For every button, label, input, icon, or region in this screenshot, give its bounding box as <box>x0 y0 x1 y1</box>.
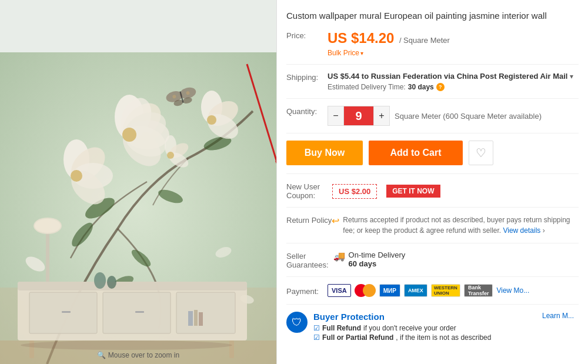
bp-item2-bold: Full or Partial Refund <box>322 333 393 342</box>
shipping-text: US $5.44 to Russian Federation via China… <box>328 72 567 81</box>
qty-increase-button[interactable]: + <box>373 106 390 126</box>
heart-icon: ♡ <box>476 146 486 160</box>
bp-item1-text: if you don't receive your order <box>363 324 456 332</box>
svg-rect-54 <box>194 310 198 326</box>
zoom-hint-text: Mouse over to zoom in <box>108 351 179 359</box>
learn-more-link[interactable]: Learn M... <box>542 312 579 320</box>
shipping-content: US $5.44 to Russian Federation via China… <box>328 72 579 91</box>
svg-point-50 <box>35 219 61 233</box>
view-more-payment-link[interactable]: View Mo... <box>496 286 529 295</box>
action-buttons: Buy Now Add to Cart ♡ <box>286 141 579 174</box>
quantity-controls: − 9 + Square Meter (600 Square Meter ava… <box>328 106 579 126</box>
coupon-get-button[interactable]: GET IT NOW <box>386 185 440 198</box>
shipping-dropdown-icon[interactable]: ▾ <box>570 72 573 81</box>
product-info-section: Custom wallpaper mural European oil pain… <box>276 0 588 364</box>
coupon-amount: US $2.00 <box>332 184 377 199</box>
bulk-price-link[interactable]: Bulk Price ▾ <box>328 49 579 57</box>
svg-rect-40 <box>18 282 247 290</box>
bp-check-2: ☑ <box>313 333 320 342</box>
return-policy-row: Return Policy ↩ Returns accepted if prod… <box>286 215 579 243</box>
return-policy-content: ↩ Returns accepted if product not as des… <box>332 215 579 236</box>
delivery-days: 30 days <box>408 83 434 91</box>
bp-item-1: ☑ Full Refund if you don't receive your … <box>313 324 536 332</box>
svg-point-57 <box>21 340 232 350</box>
bulk-price-arrow-icon: ▾ <box>360 50 363 56</box>
svg-rect-48 <box>46 229 49 282</box>
qty-value: 9 <box>344 106 373 126</box>
shipping-label: Shipping: <box>286 72 328 82</box>
mastercard-overlay-icon <box>363 284 376 297</box>
return-policy-text: Returns accepted if product not as descr… <box>343 215 579 236</box>
buyer-protection-content: Buyer Protection ☑ Full Refund if you do… <box>313 312 536 343</box>
visa-payment-icon: VISA <box>328 284 351 297</box>
product-image-bg <box>0 52 276 364</box>
quantity-label: Quantity: <box>286 106 328 116</box>
product-title: Custom wallpaper mural European oil pain… <box>286 9 579 22</box>
seller-guarantees-label: SellerGuarantees: <box>286 251 329 269</box>
quantity-row: Quantity: − 9 + Square Meter (600 Square… <box>286 106 579 133</box>
bank-transfer-icon: BankTransfer <box>464 284 493 297</box>
bp-item1-bold: Full Refund <box>322 324 361 332</box>
delivery-label: Estimated Delivery Time: <box>328 83 406 91</box>
qty-decrease-button[interactable]: − <box>328 106 344 126</box>
product-image-wrapper <box>0 52 276 364</box>
payment-label: Payment: <box>286 286 328 296</box>
svg-rect-55 <box>199 312 203 326</box>
delivery-info-icon[interactable]: ? <box>436 83 445 91</box>
bp-check-1: ☑ <box>313 324 320 332</box>
bulk-price-label: Bulk Price <box>328 49 359 57</box>
guarantee-delivery-text: On-time Delivery <box>349 251 406 259</box>
delivery-truck-icon: 🚚 <box>333 251 345 262</box>
bp-item2-text: , if the item is not as described <box>396 333 491 342</box>
svg-rect-53 <box>188 311 193 326</box>
western-union-icon: WESTERNUNION <box>431 284 460 297</box>
amex-payment-icon: AMEX <box>404 284 427 297</box>
bp-item-2: ☑ Full or Partial Refund , if the item i… <box>313 333 536 342</box>
product-image-section: 🔍 Mouse over to zoom in <box>0 0 276 364</box>
quantity-content: − 9 + Square Meter (600 Square Meter ava… <box>328 106 579 126</box>
shipping-main: US $5.44 to Russian Federation via China… <box>328 72 579 81</box>
zoom-icon: 🔍 <box>97 351 106 359</box>
buyer-protection-title: Buyer Protection <box>313 312 536 322</box>
add-to-cart-button[interactable]: Add to Cart <box>369 141 463 165</box>
guarantee-days-text: 60 days <box>349 259 406 268</box>
price-row: Price: US $14.20 / Square Meter Bulk Pri… <box>286 30 579 65</box>
payment-row: Payment: VISA МИР AMEX WESTERNUNION Bank… <box>286 284 579 305</box>
price-amount: US $14.20 <box>328 30 394 46</box>
delivery-time: Estimated Delivery Time: 30 days ? <box>328 83 579 91</box>
price-display: US $14.20 / Square Meter <box>328 30 579 46</box>
price-unit: / Square Meter <box>399 36 450 45</box>
price-content: US $14.20 / Square Meter Bulk Price ▾ <box>328 30 579 57</box>
coupon-content: US $2.00 GET IT NOW <box>332 184 440 199</box>
svg-point-20 <box>71 170 82 182</box>
shield-icon: 🛡 <box>286 312 308 333</box>
svg-rect-43 <box>176 292 235 333</box>
svg-rect-45 <box>135 311 144 313</box>
payment-icons: VISA МИР AMEX WESTERNUNION BankTransfer … <box>328 284 529 297</box>
price-label: Price: <box>286 30 328 40</box>
svg-rect-44 <box>62 311 71 313</box>
return-policy-label: Return Policy <box>286 215 332 225</box>
return-icon: ↩ <box>332 215 339 226</box>
qty-unit-text: Square Meter (600 Square Meter available… <box>395 112 542 121</box>
coupon-label: New UserCoupon: <box>286 182 328 200</box>
zoom-hint: 🔍 Mouse over to zoom in <box>97 351 179 359</box>
buy-now-button[interactable]: Buy Now <box>286 141 363 165</box>
product-image-svg <box>0 52 276 364</box>
svg-point-51 <box>94 272 106 289</box>
wishlist-button[interactable]: ♡ <box>469 141 493 165</box>
svg-point-35 <box>167 152 174 159</box>
main-container: 🔍 Mouse over to zoom in Custom wallpaper… <box>0 0 588 364</box>
view-details-link[interactable]: View details <box>503 226 540 235</box>
guarantee-details: On-time Delivery 60 days <box>349 251 406 268</box>
view-details-arrow: › <box>543 226 545 235</box>
svg-point-52 <box>107 276 116 289</box>
svg-point-15 <box>122 128 136 142</box>
shipping-row: Shipping: US $5.44 to Russian Federation… <box>286 72 579 99</box>
coupon-row: New UserCoupon: US $2.00 GET IT NOW <box>286 182 579 208</box>
mir-payment-icon: МИР <box>379 284 400 297</box>
seller-guarantees-row: SellerGuarantees: 🚚 On-time Delivery 60 … <box>286 251 579 277</box>
buyer-protection: 🛡 Buyer Protection ☑ Full Refund if you … <box>286 312 579 343</box>
guarantees-content: 🚚 On-time Delivery 60 days <box>333 251 579 268</box>
svg-point-24 <box>207 115 216 125</box>
